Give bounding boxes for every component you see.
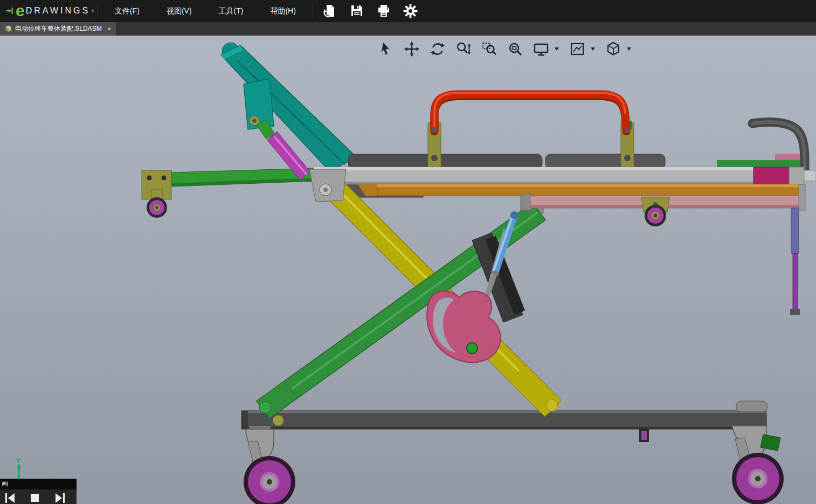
settings-button[interactable] bbox=[403, 3, 419, 19]
skip-start-icon bbox=[4, 492, 16, 504]
y-axis-label: Y bbox=[16, 457, 20, 465]
open-button[interactable] bbox=[322, 3, 338, 19]
markup-stamp-icon bbox=[569, 41, 585, 57]
skip-end-icon bbox=[54, 492, 66, 504]
animation-panel-label: 画 bbox=[0, 479, 77, 489]
separator bbox=[313, 4, 313, 18]
model-3d[interactable] bbox=[0, 36, 816, 504]
zoom-fit-button[interactable] bbox=[507, 40, 524, 58]
chevron-down-icon bbox=[591, 47, 595, 51]
print-icon bbox=[377, 4, 391, 18]
menu-view[interactable]: 视图(V) bbox=[153, 0, 205, 22]
pan-button[interactable] bbox=[403, 40, 420, 58]
select-arrow-icon bbox=[378, 41, 394, 57]
document-tab[interactable]: 电动位移车整体装配.SLDASM × bbox=[0, 22, 116, 36]
menu-file[interactable]: 文件(F) bbox=[101, 0, 153, 22]
skip-end-button[interactable] bbox=[54, 492, 66, 503]
chevron-down-icon bbox=[627, 47, 631, 51]
quick-toolbar bbox=[322, 3, 419, 19]
y-axis-icon: Y bbox=[13, 457, 31, 480]
logo-name: DRAWINGS bbox=[26, 6, 90, 16]
assembly-cube-icon bbox=[5, 25, 12, 32]
app-logo: e DRAWINGS ® bbox=[0, 3, 94, 19]
animation-controls bbox=[0, 489, 77, 504]
tab-bar: 电动位移车整体装配.SLDASM × bbox=[0, 22, 816, 36]
axis-triad: Y bbox=[13, 457, 31, 480]
display-mode-button[interactable] bbox=[533, 40, 550, 58]
stop-button[interactable] bbox=[29, 492, 41, 503]
main-menu: 文件(F) 视图(V) 工具(T) 帮助(H) bbox=[101, 0, 309, 22]
zoom-in-out-icon bbox=[455, 41, 472, 57]
logo-e: e bbox=[16, 3, 25, 19]
select-button[interactable] bbox=[377, 40, 395, 58]
zoom-button[interactable] bbox=[455, 40, 472, 58]
orientation-button[interactable] bbox=[605, 40, 622, 58]
orientation-cube-icon bbox=[605, 41, 621, 57]
animation-panel: 画 bbox=[0, 479, 77, 504]
zoom-fit-icon bbox=[507, 41, 523, 57]
edrawings-arrow-icon bbox=[5, 6, 14, 15]
save-icon bbox=[350, 4, 364, 18]
viewport-3d[interactable]: Y 画 bbox=[0, 36, 816, 504]
separator bbox=[98, 4, 98, 18]
markup-stamp-dropdown[interactable] bbox=[590, 40, 596, 58]
rotate-icon bbox=[430, 41, 446, 57]
pan-icon bbox=[404, 41, 420, 57]
chevron-down-icon bbox=[555, 47, 559, 51]
print-button[interactable] bbox=[376, 3, 392, 19]
display-mode-dropdown[interactable] bbox=[554, 40, 560, 58]
settings-gear-icon bbox=[403, 4, 418, 18]
rotate-button[interactable] bbox=[429, 40, 446, 58]
orientation-dropdown[interactable] bbox=[626, 40, 632, 58]
logo-reg: ® bbox=[91, 9, 94, 13]
view-toolbar bbox=[377, 40, 632, 58]
stop-icon bbox=[29, 492, 41, 504]
menu-tools[interactable]: 工具(T) bbox=[205, 0, 257, 22]
save-button[interactable] bbox=[349, 3, 365, 19]
tab-label: 电动位移车整体装配.SLDASM bbox=[15, 24, 102, 33]
zoom-area-button[interactable] bbox=[481, 40, 498, 58]
menu-help[interactable]: 帮助(H) bbox=[257, 0, 309, 22]
menu-bar: e DRAWINGS ® 文件(F) 视图(V) 工具(T) 帮助(H) bbox=[0, 0, 816, 22]
open-icon bbox=[323, 4, 337, 18]
display-mode-icon bbox=[533, 41, 549, 57]
markup-stamp-button[interactable] bbox=[569, 40, 586, 58]
zoom-area-icon bbox=[481, 41, 497, 57]
skip-start-button[interactable] bbox=[4, 492, 16, 503]
tab-close-button[interactable]: × bbox=[107, 26, 112, 32]
